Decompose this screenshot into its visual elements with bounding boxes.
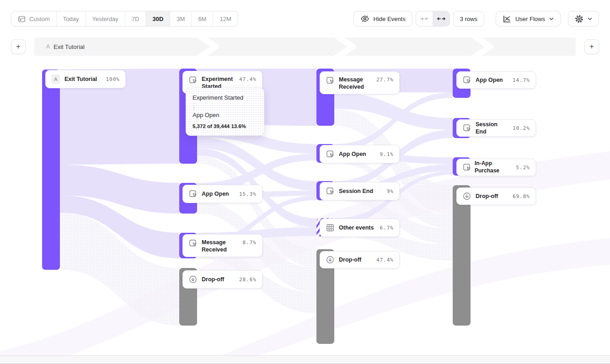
- flow-node-drop-off-4[interactable]: Drop-off 69.8%: [456, 187, 536, 205]
- collapse-horizontal-icon: [420, 14, 429, 23]
- step-chevron-icon: [470, 37, 493, 56]
- date-range-12m[interactable]: 12M: [213, 11, 237, 26]
- date-range-6m[interactable]: 6M: [192, 11, 213, 26]
- flow-node-drop-off-2[interactable]: Drop-off 28.6%: [182, 270, 262, 289]
- node-label: Session End: [339, 187, 373, 195]
- node-label: Drop-off: [339, 256, 361, 263]
- node-label: App Open: [339, 150, 366, 158]
- node-label: Message Received: [202, 239, 236, 254]
- view-selector-button[interactable]: User Flows: [496, 11, 561, 27]
- node-percent: 15.3%: [239, 191, 257, 197]
- flow-node-session-end-3[interactable]: Session End 9%: [320, 182, 400, 200]
- plus-icon: +: [589, 42, 594, 51]
- node-label: In-App Purchase: [475, 160, 513, 174]
- flow-node-message-received-3[interactable]: Message Received 27.7%: [320, 71, 400, 94]
- step-badge: A: [46, 43, 50, 50]
- grid-icon: [326, 223, 335, 232]
- node-percent: 5.2%: [516, 165, 530, 171]
- event-icon: [188, 189, 198, 198]
- dropoff-icon: [188, 275, 198, 284]
- hide-events-label: Hide Events: [374, 16, 406, 22]
- node-percent: 100%: [106, 76, 120, 82]
- flow-node-exit-tutorial[interactable]: A Exit Tutorial 100%: [45, 70, 126, 88]
- step-breadcrumb-bar[interactable]: A Exit Tutorial: [34, 37, 576, 56]
- node-percent: 10.2%: [513, 125, 530, 131]
- date-range-label: Custom: [29, 16, 50, 22]
- node-percent: 8.7%: [243, 239, 257, 246]
- flow-node-other-events-3[interactable]: Other events 6.7%: [320, 219, 400, 237]
- flow-node-app-open-4[interactable]: App Open 14.7%: [456, 71, 536, 89]
- add-step-right-button[interactable]: +: [584, 39, 599, 54]
- step-title: Exit Tutorial: [54, 43, 85, 50]
- rows-button[interactable]: 3 rows: [453, 11, 484, 27]
- node-percent: 9%: [387, 188, 394, 194]
- node-label: Drop-off: [476, 193, 498, 200]
- date-range-today[interactable]: Today: [57, 11, 86, 26]
- flow-bar-drop-off-4[interactable]: [453, 185, 471, 326]
- node-label: Exit Tutorial: [64, 75, 97, 83]
- user-flows-icon: [503, 15, 511, 23]
- flow-node-app-open-3[interactable]: App Open 9.1%: [320, 145, 400, 163]
- flow-node-message-received-2[interactable]: Message Received 8.7%: [182, 234, 262, 257]
- event-icon: [462, 75, 471, 85]
- tooltip-connector-dots: [193, 103, 194, 110]
- node-percent: 6.7%: [380, 225, 394, 231]
- node-percent: 27.7%: [376, 76, 394, 83]
- collapse-columns-button[interactable]: [416, 11, 433, 26]
- date-range-30d[interactable]: 30D: [146, 11, 170, 26]
- event-icon: [326, 150, 335, 159]
- hide-events-button[interactable]: Hide Events: [353, 11, 412, 27]
- event-icon: [462, 123, 471, 133]
- event-icon: [462, 163, 471, 172]
- breadcrumb: A Exit Tutorial: [46, 37, 85, 56]
- view-selector-label: User Flows: [515, 16, 545, 22]
- settings-button[interactable]: [568, 11, 599, 27]
- add-step-left-button[interactable]: +: [11, 39, 26, 54]
- dropoff-icon: [326, 255, 335, 264]
- footer-bar: [0, 355, 610, 364]
- chevron-down-icon: [588, 16, 592, 21]
- node-label: Message Received: [339, 76, 372, 91]
- flow-link-tooltip: Experiment Started App Open 5,372 of 39,…: [186, 88, 264, 136]
- flow-bar-exit-tutorial[interactable]: [42, 70, 60, 270]
- step-a-badge: A: [51, 75, 60, 84]
- flow-node-session-end-4[interactable]: Session End 10.2%: [456, 119, 536, 137]
- eye-off-icon: [360, 14, 369, 23]
- tooltip-stats: 5,372 of 39,444 13.6%: [193, 123, 257, 129]
- node-percent: 28.6%: [239, 277, 257, 283]
- toolbar: Custom Today Yesterday 7D 30D 3M 6M 12M …: [11, 11, 599, 27]
- node-percent: 47.4%: [239, 75, 257, 82]
- step-chevron-icon: [332, 37, 356, 56]
- node-label: App Open: [202, 190, 229, 198]
- date-range-yesterday[interactable]: Yesterday: [86, 11, 125, 26]
- flow-node-drop-off-3[interactable]: Drop-off 47.4%: [320, 251, 400, 268]
- node-label: App Open: [476, 76, 503, 84]
- toolbar-right-group: Hide Events: [353, 11, 599, 27]
- dropoff-icon: [462, 192, 471, 201]
- node-label: Session End: [476, 121, 508, 136]
- node-percent: 14.7%: [513, 77, 530, 83]
- tooltip-source-event: Experiment Started: [193, 94, 257, 101]
- event-icon: [326, 76, 335, 85]
- node-percent: 47.4%: [376, 257, 394, 263]
- plus-icon: +: [16, 42, 21, 51]
- tooltip-target-event: App Open: [193, 112, 257, 118]
- date-range-custom[interactable]: Custom: [11, 11, 57, 26]
- chevron-down-icon: [549, 16, 554, 21]
- node-percent: 9.1%: [380, 151, 394, 157]
- flow-node-in-app-purchase-4[interactable]: In-App Purchase 5.2%: [456, 159, 536, 176]
- rows-label: 3 rows: [460, 16, 477, 22]
- gear-icon: [575, 15, 583, 23]
- date-range-selector: Custom Today Yesterday 7D 30D 3M 6M 12M: [11, 11, 238, 27]
- event-icon: [188, 239, 198, 248]
- date-range-7d[interactable]: 7D: [125, 11, 146, 26]
- node-percent: 69.8%: [513, 193, 530, 199]
- collapse-expand-toggle: [416, 11, 450, 27]
- step-chevron-icon: [195, 37, 219, 56]
- flow-node-app-open-2[interactable]: App Open 15.3%: [182, 185, 262, 203]
- expand-columns-button[interactable]: [433, 11, 449, 26]
- node-label: Other events: [339, 224, 374, 231]
- node-label: Drop-off: [202, 276, 224, 283]
- event-icon: [326, 187, 335, 196]
- date-range-3m[interactable]: 3M: [170, 11, 192, 26]
